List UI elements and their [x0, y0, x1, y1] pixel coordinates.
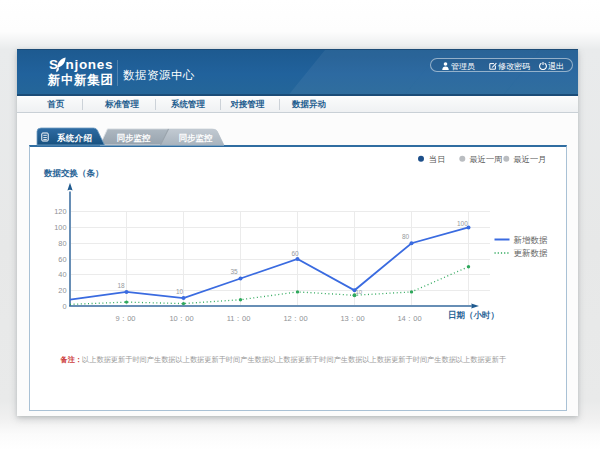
- svg-text:最近一月: 最近一月: [514, 155, 547, 164]
- svg-text:60: 60: [58, 255, 66, 264]
- svg-text:新增数据: 新增数据: [514, 235, 549, 245]
- svg-text:9：00: 9：00: [115, 314, 135, 323]
- svg-text:同步监控: 同步监控: [179, 133, 214, 143]
- svg-text:18: 18: [118, 282, 126, 289]
- svg-text:80: 80: [402, 233, 410, 240]
- svg-text:35: 35: [231, 268, 239, 275]
- svg-text:14：00: 14：00: [397, 314, 421, 323]
- svg-text:100: 100: [54, 223, 66, 232]
- svg-text:同步监控: 同步监控: [117, 133, 152, 143]
- svg-text:13：00: 13：00: [340, 314, 364, 323]
- svg-text:100: 100: [457, 220, 468, 227]
- svg-text:11：00: 11：00: [227, 314, 251, 323]
- svg-text:40: 40: [58, 270, 66, 279]
- svg-text:20: 20: [58, 286, 66, 295]
- svg-text:数据交换（条）: 数据交换（条）: [43, 168, 104, 178]
- svg-text:10: 10: [176, 288, 184, 295]
- svg-text:最近一周: 最近一周: [470, 155, 503, 164]
- svg-text:10: 10: [356, 289, 363, 295]
- svg-text:日期（小时）: 日期（小时）: [448, 310, 499, 320]
- svg-text:10：00: 10：00: [169, 314, 193, 323]
- svg-text:12：00: 12：00: [283, 314, 307, 323]
- svg-text:60: 60: [292, 250, 300, 257]
- svg-text:更新数据: 更新数据: [514, 248, 549, 258]
- svg-text:0: 0: [62, 302, 66, 311]
- svg-text:120: 120: [54, 207, 66, 216]
- svg-text:80: 80: [58, 239, 66, 248]
- svg-text:当日: 当日: [429, 155, 445, 164]
- svg-text:系统介绍: 系统介绍: [56, 133, 92, 143]
